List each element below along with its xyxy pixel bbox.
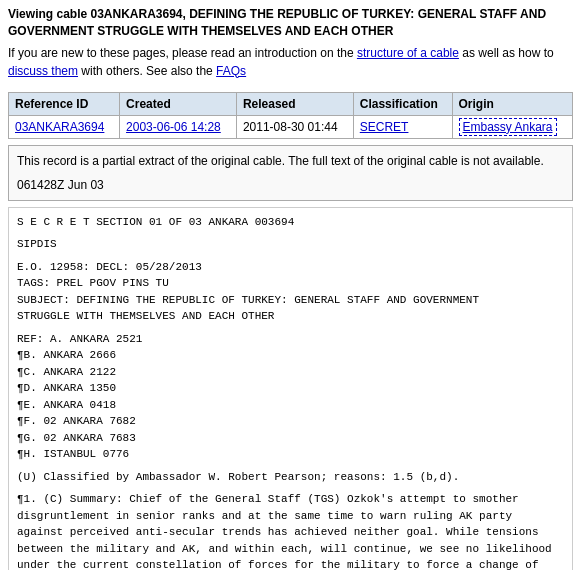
header-section: Viewing cable 03ANKARA3694, DEFINING THE… — [0, 0, 581, 86]
cable-subject: SUBJECT: DEFINING THE REPUBLIC OF TURKEY… — [17, 292, 564, 325]
structure-link[interactable]: structure of a cable — [357, 46, 459, 60]
table-container: Reference ID Created Released Classifica… — [0, 92, 581, 139]
created-link[interactable]: 2003-06-06 14:28 — [126, 120, 221, 134]
cable-classified: (U) Classified by Ambassador W. Robert P… — [17, 469, 564, 486]
cable-sipdis: SIPDIS — [17, 236, 564, 253]
cable-body: S E C R E T SECTION 01 OF 03 ANKARA 0036… — [8, 207, 573, 570]
extract-box: This record is a partial extract of the … — [8, 145, 573, 201]
extract-date: 061428Z Jun 03 — [17, 176, 564, 194]
cell-released: 2011-08-30 01:44 — [236, 115, 353, 138]
desc-text-2: as well as how to — [459, 46, 554, 60]
table-header-row: Reference ID Created Released Classifica… — [9, 92, 573, 115]
cell-created: 2003-06-06 14:28 — [120, 115, 237, 138]
table-data-row: 03ANKARA3694 2003-06-06 14:28 2011-08-30… — [9, 115, 573, 138]
page-title: Viewing cable 03ANKARA3694, DEFINING THE… — [8, 6, 573, 40]
cable-header-line: S E C R E T SECTION 01 OF 03 ANKARA 0036… — [17, 214, 564, 231]
header-description: If you are new to these pages, please re… — [8, 44, 573, 80]
cable-info-table: Reference ID Created Released Classifica… — [8, 92, 573, 139]
faqs-link[interactable]: FAQs — [216, 64, 246, 78]
cable-para1: ¶1. (C) Summary: Chief of the General St… — [17, 491, 564, 570]
desc-text-3: with others. See also the — [78, 64, 216, 78]
reference-id-link[interactable]: 03ANKARA3694 — [15, 120, 104, 134]
cable-refs: REF: A. ANKARA 2521 ¶B. ANKARA 2666 ¶C. … — [17, 331, 564, 463]
cell-classification: SECRET — [353, 115, 452, 138]
extract-text: This record is a partial extract of the … — [17, 152, 564, 170]
col-origin: Origin — [452, 92, 573, 115]
cell-reference-id: 03ANKARA3694 — [9, 115, 120, 138]
classification-link[interactable]: SECRET — [360, 120, 409, 134]
cable-eo: E.O. 12958: DECL: 05/28/2013 — [17, 259, 564, 276]
col-released: Released — [236, 92, 353, 115]
col-created: Created — [120, 92, 237, 115]
origin-link[interactable]: Embassy Ankara — [459, 118, 557, 136]
col-reference-id: Reference ID — [9, 92, 120, 115]
desc-text-1: If you are new to these pages, please re… — [8, 46, 357, 60]
discuss-link[interactable]: discuss them — [8, 64, 78, 78]
cable-tags: TAGS: PREL PGOV PINS TU — [17, 275, 564, 292]
col-classification: Classification — [353, 92, 452, 115]
cell-origin: Embassy Ankara — [452, 115, 573, 138]
